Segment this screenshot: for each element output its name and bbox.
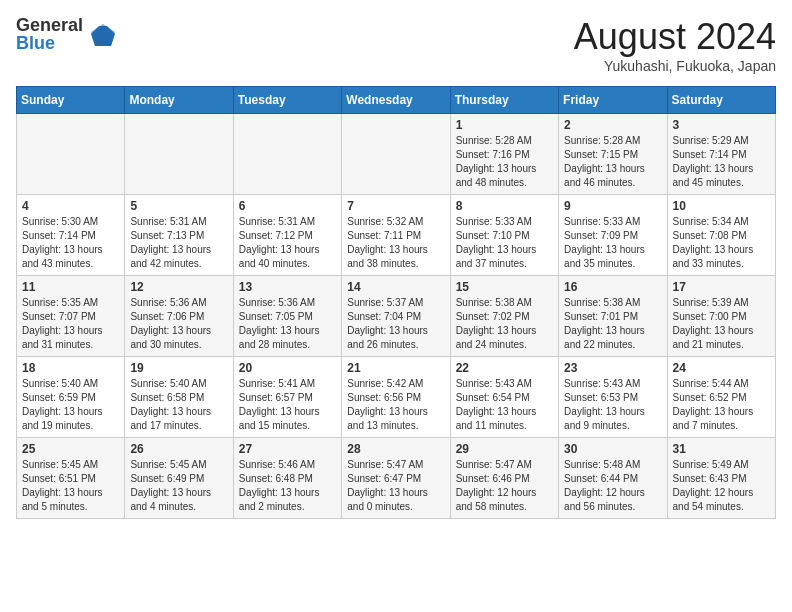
weekday-header-saturday: Saturday	[667, 87, 775, 114]
calendar-day-cell: 15Sunrise: 5:38 AM Sunset: 7:02 PM Dayli…	[450, 276, 558, 357]
day-number: 7	[347, 199, 444, 213]
weekday-header-friday: Friday	[559, 87, 667, 114]
day-number: 4	[22, 199, 119, 213]
day-detail: Sunrise: 5:45 AM Sunset: 6:49 PM Dayligh…	[130, 458, 227, 514]
calendar-week-row: 18Sunrise: 5:40 AM Sunset: 6:59 PM Dayli…	[17, 357, 776, 438]
calendar-day-cell: 1Sunrise: 5:28 AM Sunset: 7:16 PM Daylig…	[450, 114, 558, 195]
day-detail: Sunrise: 5:42 AM Sunset: 6:56 PM Dayligh…	[347, 377, 444, 433]
day-detail: Sunrise: 5:34 AM Sunset: 7:08 PM Dayligh…	[673, 215, 770, 271]
day-number: 22	[456, 361, 553, 375]
calendar-day-cell: 3Sunrise: 5:29 AM Sunset: 7:14 PM Daylig…	[667, 114, 775, 195]
day-detail: Sunrise: 5:41 AM Sunset: 6:57 PM Dayligh…	[239, 377, 336, 433]
day-number: 2	[564, 118, 661, 132]
calendar-day-cell: 25Sunrise: 5:45 AM Sunset: 6:51 PM Dayli…	[17, 438, 125, 519]
day-detail: Sunrise: 5:47 AM Sunset: 6:46 PM Dayligh…	[456, 458, 553, 514]
calendar-day-cell: 14Sunrise: 5:37 AM Sunset: 7:04 PM Dayli…	[342, 276, 450, 357]
day-detail: Sunrise: 5:38 AM Sunset: 7:02 PM Dayligh…	[456, 296, 553, 352]
day-number: 26	[130, 442, 227, 456]
day-detail: Sunrise: 5:45 AM Sunset: 6:51 PM Dayligh…	[22, 458, 119, 514]
day-number: 30	[564, 442, 661, 456]
weekday-header-wednesday: Wednesday	[342, 87, 450, 114]
calendar-day-cell: 23Sunrise: 5:43 AM Sunset: 6:53 PM Dayli…	[559, 357, 667, 438]
day-number: 25	[22, 442, 119, 456]
weekday-header-thursday: Thursday	[450, 87, 558, 114]
day-number: 14	[347, 280, 444, 294]
calendar-day-cell: 16Sunrise: 5:38 AM Sunset: 7:01 PM Dayli…	[559, 276, 667, 357]
day-detail: Sunrise: 5:33 AM Sunset: 7:09 PM Dayligh…	[564, 215, 661, 271]
weekday-header-row: SundayMondayTuesdayWednesdayThursdayFrid…	[17, 87, 776, 114]
day-number: 16	[564, 280, 661, 294]
day-number: 15	[456, 280, 553, 294]
calendar-day-cell	[17, 114, 125, 195]
calendar-day-cell: 17Sunrise: 5:39 AM Sunset: 7:00 PM Dayli…	[667, 276, 775, 357]
day-number: 19	[130, 361, 227, 375]
calendar-day-cell: 30Sunrise: 5:48 AM Sunset: 6:44 PM Dayli…	[559, 438, 667, 519]
day-detail: Sunrise: 5:29 AM Sunset: 7:14 PM Dayligh…	[673, 134, 770, 190]
day-number: 29	[456, 442, 553, 456]
logo-blue-text: Blue	[16, 34, 83, 52]
calendar-week-row: 1Sunrise: 5:28 AM Sunset: 7:16 PM Daylig…	[17, 114, 776, 195]
calendar-day-cell: 8Sunrise: 5:33 AM Sunset: 7:10 PM Daylig…	[450, 195, 558, 276]
title-block: August 2024 Yukuhashi, Fukuoka, Japan	[574, 16, 776, 74]
day-detail: Sunrise: 5:31 AM Sunset: 7:13 PM Dayligh…	[130, 215, 227, 271]
logo-icon	[87, 18, 119, 50]
day-number: 8	[456, 199, 553, 213]
calendar-day-cell: 4Sunrise: 5:30 AM Sunset: 7:14 PM Daylig…	[17, 195, 125, 276]
day-number: 24	[673, 361, 770, 375]
calendar-day-cell: 11Sunrise: 5:35 AM Sunset: 7:07 PM Dayli…	[17, 276, 125, 357]
day-number: 11	[22, 280, 119, 294]
day-detail: Sunrise: 5:40 AM Sunset: 6:58 PM Dayligh…	[130, 377, 227, 433]
location-subtitle: Yukuhashi, Fukuoka, Japan	[574, 58, 776, 74]
day-detail: Sunrise: 5:38 AM Sunset: 7:01 PM Dayligh…	[564, 296, 661, 352]
month-year-title: August 2024	[574, 16, 776, 58]
day-detail: Sunrise: 5:30 AM Sunset: 7:14 PM Dayligh…	[22, 215, 119, 271]
day-detail: Sunrise: 5:28 AM Sunset: 7:15 PM Dayligh…	[564, 134, 661, 190]
day-number: 27	[239, 442, 336, 456]
day-number: 5	[130, 199, 227, 213]
calendar-day-cell: 26Sunrise: 5:45 AM Sunset: 6:49 PM Dayli…	[125, 438, 233, 519]
day-detail: Sunrise: 5:36 AM Sunset: 7:05 PM Dayligh…	[239, 296, 336, 352]
day-number: 6	[239, 199, 336, 213]
day-detail: Sunrise: 5:49 AM Sunset: 6:43 PM Dayligh…	[673, 458, 770, 514]
day-detail: Sunrise: 5:35 AM Sunset: 7:07 PM Dayligh…	[22, 296, 119, 352]
calendar-day-cell: 28Sunrise: 5:47 AM Sunset: 6:47 PM Dayli…	[342, 438, 450, 519]
weekday-header-tuesday: Tuesday	[233, 87, 341, 114]
day-detail: Sunrise: 5:33 AM Sunset: 7:10 PM Dayligh…	[456, 215, 553, 271]
day-detail: Sunrise: 5:44 AM Sunset: 6:52 PM Dayligh…	[673, 377, 770, 433]
calendar-week-row: 4Sunrise: 5:30 AM Sunset: 7:14 PM Daylig…	[17, 195, 776, 276]
day-number: 13	[239, 280, 336, 294]
day-detail: Sunrise: 5:31 AM Sunset: 7:12 PM Dayligh…	[239, 215, 336, 271]
calendar-day-cell: 12Sunrise: 5:36 AM Sunset: 7:06 PM Dayli…	[125, 276, 233, 357]
calendar-day-cell: 29Sunrise: 5:47 AM Sunset: 6:46 PM Dayli…	[450, 438, 558, 519]
day-number: 18	[22, 361, 119, 375]
day-detail: Sunrise: 5:37 AM Sunset: 7:04 PM Dayligh…	[347, 296, 444, 352]
day-number: 12	[130, 280, 227, 294]
day-number: 1	[456, 118, 553, 132]
day-detail: Sunrise: 5:36 AM Sunset: 7:06 PM Dayligh…	[130, 296, 227, 352]
calendar-day-cell	[125, 114, 233, 195]
calendar-table: SundayMondayTuesdayWednesdayThursdayFrid…	[16, 86, 776, 519]
calendar-day-cell: 19Sunrise: 5:40 AM Sunset: 6:58 PM Dayli…	[125, 357, 233, 438]
day-detail: Sunrise: 5:47 AM Sunset: 6:47 PM Dayligh…	[347, 458, 444, 514]
calendar-day-cell: 21Sunrise: 5:42 AM Sunset: 6:56 PM Dayli…	[342, 357, 450, 438]
logo-general-text: General	[16, 16, 83, 34]
page-header: General Blue August 2024 Yukuhashi, Fuku…	[16, 16, 776, 74]
calendar-day-cell: 24Sunrise: 5:44 AM Sunset: 6:52 PM Dayli…	[667, 357, 775, 438]
calendar-week-row: 11Sunrise: 5:35 AM Sunset: 7:07 PM Dayli…	[17, 276, 776, 357]
day-detail: Sunrise: 5:39 AM Sunset: 7:00 PM Dayligh…	[673, 296, 770, 352]
day-detail: Sunrise: 5:40 AM Sunset: 6:59 PM Dayligh…	[22, 377, 119, 433]
svg-marker-1	[91, 24, 115, 46]
day-number: 23	[564, 361, 661, 375]
calendar-day-cell: 2Sunrise: 5:28 AM Sunset: 7:15 PM Daylig…	[559, 114, 667, 195]
calendar-day-cell: 22Sunrise: 5:43 AM Sunset: 6:54 PM Dayli…	[450, 357, 558, 438]
calendar-day-cell: 7Sunrise: 5:32 AM Sunset: 7:11 PM Daylig…	[342, 195, 450, 276]
weekday-header-monday: Monday	[125, 87, 233, 114]
day-detail: Sunrise: 5:28 AM Sunset: 7:16 PM Dayligh…	[456, 134, 553, 190]
day-number: 20	[239, 361, 336, 375]
calendar-day-cell: 27Sunrise: 5:46 AM Sunset: 6:48 PM Dayli…	[233, 438, 341, 519]
day-number: 21	[347, 361, 444, 375]
calendar-day-cell: 31Sunrise: 5:49 AM Sunset: 6:43 PM Dayli…	[667, 438, 775, 519]
logo: General Blue	[16, 16, 119, 52]
calendar-day-cell: 9Sunrise: 5:33 AM Sunset: 7:09 PM Daylig…	[559, 195, 667, 276]
day-number: 17	[673, 280, 770, 294]
